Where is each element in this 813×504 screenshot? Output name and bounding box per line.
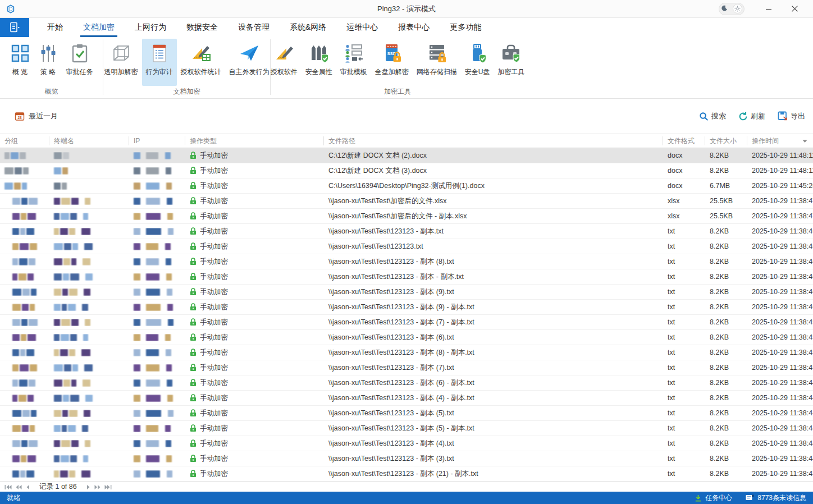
column-header-ip[interactable]: IP xyxy=(129,136,185,145)
prev-group-button[interactable] xyxy=(16,484,22,490)
ribbon-button-approval-tasks[interactable]: 审批任务 xyxy=(62,39,97,86)
redacted-terminal-name-cell xyxy=(49,470,129,478)
operation-type-cell: 手动加密 xyxy=(185,303,324,312)
theme-toggle[interactable] xyxy=(719,3,745,15)
file-size-cell: 8.2KB xyxy=(705,470,747,478)
column-header-file-format[interactable]: 文件格式 xyxy=(663,136,705,145)
redacted-terminal-name-cell xyxy=(49,213,129,220)
app-menu-button[interactable] xyxy=(0,18,29,37)
table-row[interactable]: 手动加密\\jason-xu\Test\Test\123123 - 副本 (4)… xyxy=(0,391,813,406)
export-button[interactable]: 导出 xyxy=(778,111,805,121)
column-header-terminal[interactable]: 终端名 xyxy=(49,136,129,145)
table-row[interactable]: 手动加密\\jason-xu\Test\Test\123123 - 副本 (6)… xyxy=(0,330,813,345)
column-header-file-path[interactable]: 文件路径 xyxy=(324,136,663,145)
table-row[interactable]: 手动加密\\jason-xu\Test\Test\123123 - 副本 (4)… xyxy=(0,436,813,451)
table-row[interactable]: 手动加密\\jason-xu\Test\Test\123123 - 副本 (6)… xyxy=(0,375,813,391)
ribbon-button-authorized-software-stats[interactable]: 授权软件统计 xyxy=(177,39,225,86)
search-button[interactable]: 搜索 xyxy=(699,111,726,121)
column-header-group[interactable]: 分组 xyxy=(0,136,49,145)
ribbon-button-network-storage-scan[interactable]: 网络存储扫描 xyxy=(413,39,461,86)
date-range-filter[interactable]: 23 最近一月 xyxy=(15,111,58,121)
tab-device-management[interactable]: 设备管理 xyxy=(228,18,280,37)
table-row[interactable]: 手动加密\\jason-xu\Test\Test\123123 - 副本 (7)… xyxy=(0,315,813,330)
first-page-button[interactable] xyxy=(4,484,12,490)
operation-time-cell: 2025-10-29 11:38:44 xyxy=(747,379,813,387)
operation-time-cell: 2025-10-29 11:38:44 xyxy=(747,409,813,417)
ribbon-button-policy[interactable]: 策 略 xyxy=(34,39,62,86)
file-format-cell: txt xyxy=(663,424,705,432)
table-row[interactable]: 手动加密C:\12\新建 DOCX 文档 (3).docxdocx8.2KB20… xyxy=(0,163,813,178)
redacted-ip-cell xyxy=(129,288,185,296)
operation-time-cell: 2025-10-29 11:38:46 xyxy=(747,273,813,281)
ribbon-button-behavior-audit[interactable]: 行为审计 xyxy=(142,39,177,86)
tab-document-encryption[interactable]: 文档加密 xyxy=(73,18,125,37)
tab-internet-behavior[interactable]: 上网行为 xyxy=(125,18,176,37)
file-size-cell: 8.2KB xyxy=(705,349,747,356)
column-header-operation-time[interactable]: 操作时间 xyxy=(747,136,813,145)
unread-messages-button[interactable]: 8773条未读信息 xyxy=(746,493,806,503)
column-header-operation-type[interactable]: 操作类型 xyxy=(185,136,324,145)
app-logo-icon xyxy=(6,4,15,13)
table-row[interactable]: 手动加密\\jason-xu\Test\Test\123123 - 副本 (8)… xyxy=(0,254,813,269)
ssd-lock-icon: SSD xyxy=(382,43,402,63)
ribbon-button-secure-usb[interactable]: 安全U盘 xyxy=(461,39,494,86)
last-page-button[interactable] xyxy=(104,484,112,490)
table-row[interactable]: 手动加密\\jason-xu\Test\Test\123123 - 副本.txt… xyxy=(0,224,813,239)
file-path-cell: \\jason-xu\Test\Test\123123 - 副本 (3).txt xyxy=(324,454,663,464)
next-page-button[interactable] xyxy=(86,484,90,490)
org-list-icon xyxy=(344,43,364,63)
file-size-cell: 8.2KB xyxy=(705,167,747,175)
ribbon-button-authorized-software[interactable]: 授权软件 xyxy=(267,39,302,86)
column-header-file-size[interactable]: 文件大小 xyxy=(705,136,747,145)
close-button[interactable] xyxy=(783,2,806,16)
tab-system-network[interactable]: 系统&网络 xyxy=(280,18,336,37)
table-row[interactable]: 手动加密\\jason-xu\Test\Test\123123.txttxt8.… xyxy=(0,239,813,254)
file-path-cell: \\jason-xu\Test\Test\123123.txt xyxy=(324,242,663,250)
ribbon-button-approval-templates[interactable]: 审批模板 xyxy=(336,39,371,86)
minimize-button[interactable] xyxy=(757,2,780,16)
ribbon-button-security-attributes[interactable]: 安全属性 xyxy=(302,39,336,86)
table-row[interactable]: 手动加密\\jason-xu\Test\Test\123123 - 副本 (9)… xyxy=(0,300,813,315)
table-row[interactable]: 手动加密\\jason-xu\Test\Test\123123 - 副本 (8)… xyxy=(0,345,813,360)
redacted-terminal-name-cell xyxy=(49,319,129,326)
table-row[interactable]: 手动加密\\jason-xu\Test\Test\123123 - 副本 (7)… xyxy=(0,360,813,375)
file-format-cell: docx xyxy=(663,182,705,190)
table-row[interactable]: 手动加密\\jason-xu\Test\Test\加密后的文件 - 副本.xls… xyxy=(0,209,813,224)
tab-report-center[interactable]: 报表中心 xyxy=(388,18,440,37)
app-window: Ping32 - 演示模式 开始 文档加密 上网行为 数据安全 设备管理 系统&… xyxy=(0,0,813,504)
titlebar: Ping32 - 演示模式 xyxy=(0,0,813,18)
table-row[interactable]: 手动加密\\jason-xu\Test\Test\123123 - 副本 (3)… xyxy=(0,451,813,466)
redacted-terminal-name-cell xyxy=(49,349,129,356)
table-row[interactable]: 手动加密\\jason-xu\Test\Test\123123 - 副本 (5)… xyxy=(0,421,813,436)
table-row[interactable]: 手动加密\\jason-xu\Test\Test\加密后的文件.xlsxxlsx… xyxy=(0,194,813,209)
prev-page-button[interactable] xyxy=(26,484,30,490)
file-path-cell: \\jason-xu\Test\Test\123123 - 副本 (4).txt xyxy=(324,439,663,448)
tab-start[interactable]: 开始 xyxy=(37,18,73,37)
task-center-button[interactable]: 任务中心 xyxy=(695,493,732,503)
redacted-group-cell xyxy=(0,319,49,326)
table-row[interactable]: 手动加密C:\Users\16394\Desktop\Ping32-测试用例(1… xyxy=(0,178,813,194)
table-row[interactable]: 手动加密\\jason-xu\Test\Test\123123 - 副本 - 副… xyxy=(0,269,813,285)
operation-type-cell: 手动加密 xyxy=(185,469,324,479)
ribbon-button-encryption-tools[interactable]: 加密工具 xyxy=(494,39,528,86)
tab-operations-center[interactable]: 运维中心 xyxy=(336,18,388,37)
tab-more-features[interactable]: 更多功能 xyxy=(440,18,491,37)
table-row[interactable]: 手动加密\\jason-xu\Test\Test\123123 - 副本 (9)… xyxy=(0,285,813,300)
table-row[interactable]: 手动加密C:\12\新建 DOCX 文档 (2).docxdocx8.2KB20… xyxy=(0,148,813,163)
file-format-cell: docx xyxy=(663,152,705,159)
paper-plane-icon xyxy=(239,43,259,63)
ribbon-button-transparent-encryption[interactable]: 透明加解密 xyxy=(101,39,142,86)
tab-data-security[interactable]: 数据安全 xyxy=(176,18,228,37)
redacted-ip-cell xyxy=(129,319,185,326)
table-row[interactable]: 手动加密\\jason-xu\Test\Test\123123 - 副本 (5)… xyxy=(0,406,813,421)
lock-icon xyxy=(190,273,197,281)
redacted-group-cell xyxy=(0,228,49,235)
table-row[interactable]: 手动加密\\jason-xu\Test\Test\123123 - 副本 (21… xyxy=(0,466,813,482)
next-group-button[interactable] xyxy=(94,484,101,490)
ribbon-button-overview[interactable]: 概 览 xyxy=(6,39,34,86)
operation-type-label: 手动加密 xyxy=(200,348,228,358)
column-filter-arrow-icon[interactable] xyxy=(802,137,807,145)
refresh-button[interactable]: 刷新 xyxy=(738,111,765,121)
ribbon-button-full-disk-encryption[interactable]: SSD 全盘加解密 xyxy=(371,39,413,86)
ribbon-button-self-outgoing-behavior[interactable]: 自主外发行为 xyxy=(225,39,273,86)
